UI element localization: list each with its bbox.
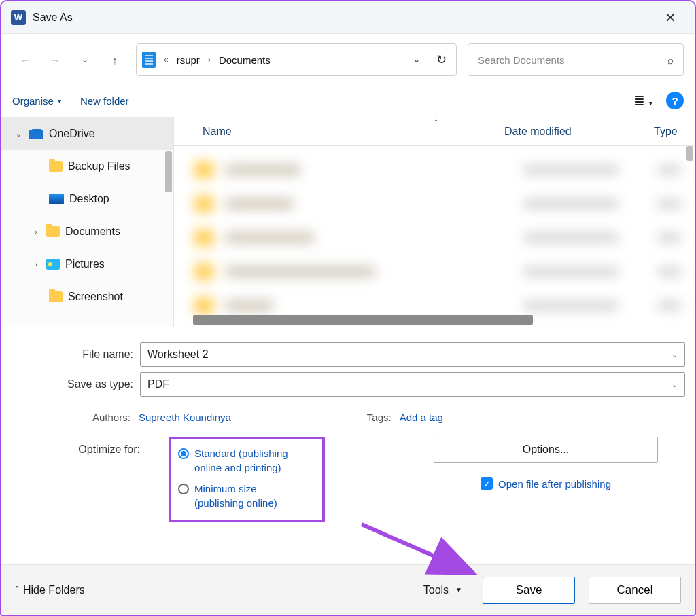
checkbox-icon: ✓ bbox=[481, 477, 493, 490]
column-name[interactable]: Name bbox=[203, 126, 504, 138]
pictures-icon bbox=[46, 259, 60, 270]
chevron-down-icon[interactable]: ⌄ bbox=[672, 350, 678, 359]
tags-label: Tags: bbox=[367, 412, 392, 423]
tree-item-pictures[interactable]: › Pictures bbox=[1, 248, 173, 280]
open-after-checkbox[interactable]: ✓ Open file after publishing bbox=[434, 477, 658, 490]
tree-item-onedrive[interactable]: ⌄ OneDrive bbox=[1, 117, 173, 150]
tree-item-desktop[interactable]: Desktop bbox=[1, 183, 173, 215]
onedrive-icon bbox=[29, 129, 44, 139]
chevron-down-icon: ▼ bbox=[455, 586, 462, 594]
save-type-label: Save as type: bbox=[11, 378, 140, 391]
chevron-down-icon[interactable]: ⌄ bbox=[14, 130, 23, 139]
search-placeholder: Search Documents bbox=[478, 54, 565, 66]
save-form: File name: Worksheet 2 ⌄ Save as type: P… bbox=[1, 327, 695, 529]
breadcrumb[interactable]: « rsupr › Documents ⌄ ↻ bbox=[136, 43, 457, 76]
radio-icon bbox=[178, 448, 189, 459]
view-mode-icon[interactable]: ≣ ▾ bbox=[633, 92, 652, 109]
file-rows-blurred bbox=[174, 146, 695, 327]
help-icon[interactable]: ? bbox=[666, 92, 684, 109]
file-browser: ⌄ OneDrive Backup Files Desktop › Docume… bbox=[1, 117, 695, 327]
optimize-highlight: Standard (publishing online and printing… bbox=[169, 437, 325, 522]
dialog-footer: ˄ Hide Folders Tools ▼ Save Cancel bbox=[1, 564, 695, 615]
refresh-icon[interactable]: ↻ bbox=[436, 52, 447, 67]
chevron-right-icon[interactable]: › bbox=[31, 260, 41, 268]
chevron-down-icon: ▾ bbox=[58, 97, 61, 105]
save-type-field[interactable]: PDF ⌄ bbox=[140, 372, 685, 397]
save-as-dialog: W Save As ✕ ← → ⌄ ↑ « rsupr › Documents … bbox=[0, 0, 696, 616]
back-icon[interactable]: ← bbox=[12, 46, 38, 73]
new-folder-button[interactable]: New folder bbox=[80, 95, 129, 107]
vertical-scrollbar[interactable] bbox=[686, 146, 693, 161]
tools-button[interactable]: Tools ▼ bbox=[423, 584, 462, 596]
recent-dropdown-icon[interactable]: ⌄ bbox=[72, 46, 98, 73]
file-name-label: File name: bbox=[11, 348, 140, 361]
toolbar: Organise ▾ New folder ≣ ▾ ? bbox=[1, 84, 695, 117]
close-icon[interactable]: ✕ bbox=[655, 4, 685, 31]
radio-minimum[interactable]: Minimum size (publishing online) bbox=[178, 482, 307, 510]
hide-folders-button[interactable]: ˄ Hide Folders bbox=[15, 584, 85, 596]
authors-label: Authors: bbox=[92, 412, 130, 423]
chevron-right-icon: « bbox=[162, 55, 170, 65]
tree-item-screenshot[interactable]: Screenshot bbox=[1, 280, 173, 313]
chevron-down-icon[interactable]: ⌄ bbox=[672, 380, 678, 389]
folder-icon bbox=[49, 161, 63, 172]
tree-item-backup[interactable]: Backup Files bbox=[1, 150, 173, 183]
word-app-icon: W bbox=[11, 10, 26, 25]
chevron-up-icon: ˄ bbox=[15, 585, 19, 595]
cancel-button[interactable]: Cancel bbox=[589, 577, 681, 604]
radio-standard[interactable]: Standard (publishing online and printing… bbox=[178, 446, 307, 475]
location-icon bbox=[142, 52, 156, 68]
save-button[interactable]: Save bbox=[483, 577, 575, 604]
desktop-icon bbox=[49, 194, 64, 204]
organise-button[interactable]: Organise ▾ bbox=[12, 95, 61, 107]
chevron-right-icon: › bbox=[207, 55, 212, 65]
breadcrumb-dropdown-icon[interactable]: ⌄ bbox=[413, 55, 420, 65]
optimize-label: Optimize for: bbox=[11, 437, 147, 456]
sort-indicator-icon: ˄ bbox=[434, 118, 438, 126]
radio-icon bbox=[178, 484, 189, 494]
navigation-tree[interactable]: ⌄ OneDrive Backup Files Desktop › Docume… bbox=[1, 117, 174, 327]
breadcrumb-parent[interactable]: rsupr bbox=[174, 54, 203, 66]
column-type[interactable]: Type bbox=[654, 126, 695, 138]
file-name-field[interactable]: Worksheet 2 ⌄ bbox=[140, 342, 685, 367]
horizontal-scrollbar[interactable] bbox=[193, 315, 533, 325]
options-button[interactable]: Options... bbox=[434, 437, 658, 463]
authors-value[interactable]: Supreeth Koundinya bbox=[139, 412, 231, 423]
chevron-right-icon[interactable]: › bbox=[31, 228, 41, 236]
search-input[interactable]: Search Documents ⌕ bbox=[468, 43, 684, 76]
address-bar: ← → ⌄ ↑ « rsupr › Documents ⌄ ↻ Search D… bbox=[1, 34, 695, 84]
tags-value[interactable]: Add a tag bbox=[400, 412, 443, 423]
tree-item-documents[interactable]: › Documents bbox=[1, 215, 173, 248]
title-bar: W Save As ✕ bbox=[1, 1, 695, 34]
file-list[interactable]: ˄ Name Date modified Type bbox=[174, 117, 695, 327]
folder-icon bbox=[46, 226, 60, 237]
tree-scrollbar[interactable] bbox=[165, 151, 172, 192]
folder-icon bbox=[49, 291, 63, 302]
breadcrumb-current[interactable]: Documents bbox=[216, 54, 273, 66]
up-icon[interactable]: ↑ bbox=[102, 46, 128, 73]
column-date[interactable]: Date modified bbox=[504, 126, 654, 138]
search-icon: ⌕ bbox=[667, 54, 674, 66]
forward-icon[interactable]: → bbox=[42, 46, 68, 73]
window-title: Save As bbox=[33, 12, 73, 24]
